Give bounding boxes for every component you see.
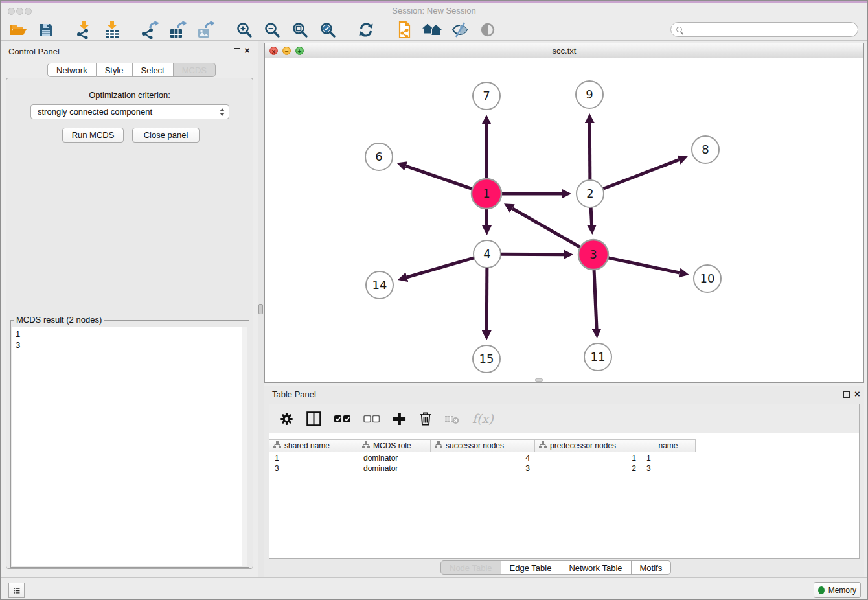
table-cell[interactable]: 3: [269, 463, 358, 474]
edge-4-15[interactable]: [486, 268, 487, 330]
tab-style[interactable]: Style: [97, 63, 133, 77]
zoom-in-icon: [236, 21, 253, 38]
table-tab-motifs[interactable]: Motifs: [632, 560, 672, 575]
node-table-container: f(x) shared nameMCDS rolesuccessor nodes…: [269, 404, 860, 559]
column-header-label: shared name: [284, 441, 330, 450]
table-cell[interactable]: 4: [431, 453, 535, 463]
table-tab-node-table[interactable]: Node Table: [440, 560, 501, 575]
zoom-out-button[interactable]: [261, 20, 283, 40]
edge-4-3[interactable]: [501, 254, 564, 255]
search-input[interactable]: [685, 24, 852, 36]
table-cell[interactable]: dominator: [358, 463, 431, 474]
close-panel-button[interactable]: Close panel: [132, 128, 200, 143]
edge-1-6[interactable]: [406, 166, 473, 189]
table-cell[interactable]: 1: [535, 453, 641, 463]
export-image-icon: [197, 21, 215, 39]
eye-icon: [480, 22, 496, 38]
edge-3-1[interactable]: [512, 209, 580, 248]
select-all-button[interactable]: [334, 413, 350, 424]
refresh-view-button[interactable]: [355, 20, 377, 40]
panel-splitter[interactable]: [258, 41, 264, 577]
search-box[interactable]: [670, 22, 858, 37]
table-cell[interactable]: 1: [641, 453, 696, 463]
task-history-button[interactable]: [8, 583, 25, 598]
edge-2-8[interactable]: [603, 160, 679, 189]
table-cell[interactable]: 2: [535, 463, 641, 474]
deselect-all-button[interactable]: [363, 413, 380, 424]
export-network-button[interactable]: [139, 20, 161, 40]
tab-network[interactable]: Network: [47, 63, 97, 77]
table-cell[interactable]: 3: [641, 463, 696, 474]
hide-selected-button[interactable]: [449, 20, 471, 40]
column-header-shared-name[interactable]: shared name: [269, 439, 358, 452]
apply-layout-button[interactable]: [421, 20, 443, 40]
zoom-fit-button[interactable]: [289, 20, 311, 40]
open-folder-icon: [10, 22, 27, 38]
network-canvas[interactable]: 7968124314101511: [265, 58, 863, 382]
function-builder-disabled: f(x): [472, 411, 494, 426]
open-session-button[interactable]: [7, 20, 29, 40]
column-header-label: successor nodes: [446, 441, 504, 450]
delete-column-button[interactable]: [419, 411, 432, 426]
mcds-result-box[interactable]: 1 3: [12, 327, 247, 566]
network-close-button[interactable]: x: [269, 47, 278, 55]
criterion-selected-value: strongly connected component: [38, 107, 220, 117]
edge-2-3[interactable]: [591, 207, 591, 225]
export-network-icon: [141, 21, 159, 39]
add-column-button[interactable]: [393, 412, 406, 426]
table-settings-button[interactable]: [280, 412, 293, 426]
table-row[interactable]: 1dominator411: [269, 453, 696, 463]
table-cell[interactable]: 3: [431, 463, 535, 474]
save-session-button[interactable]: [35, 20, 57, 40]
network-minimize-button[interactable]: –: [282, 47, 291, 55]
column-type-icon: [435, 441, 442, 451]
table-tab-edge-table[interactable]: Edge Table: [501, 560, 561, 575]
network-graph: 7968124314101511: [265, 58, 863, 382]
table-row[interactable]: 3dominator323: [269, 463, 696, 474]
export-table-button[interactable]: [167, 20, 189, 40]
close-panel-icon[interactable]: ×: [244, 44, 250, 57]
show-columns-button[interactable]: [306, 411, 321, 426]
column-header-successor-nodes[interactable]: successor nodes: [431, 439, 535, 452]
show-hidden-button[interactable]: [477, 20, 499, 40]
edge-4-14[interactable]: [407, 258, 474, 277]
zoom-selected-button[interactable]: [317, 20, 339, 40]
column-header-label: MCDS role: [373, 441, 411, 450]
criterion-select[interactable]: strongly connected component: [30, 104, 229, 119]
node-label-7: 7: [483, 89, 490, 102]
edge-3-11[interactable]: [594, 270, 597, 329]
float-table-panel-icon[interactable]: [843, 391, 850, 398]
network-window-titlebar[interactable]: scc.txt x – +: [265, 43, 863, 58]
canvas-hscrollbar-thumb[interactable]: [535, 378, 543, 382]
column-header-predecessor-nodes[interactable]: predecessor nodes: [535, 439, 641, 452]
tab-select[interactable]: Select: [133, 63, 174, 77]
plus-icon: [393, 412, 406, 426]
table-cell[interactable]: 1: [269, 453, 358, 463]
network-maximize-button[interactable]: +: [295, 47, 304, 55]
table-tab-network-table[interactable]: Network Table: [560, 560, 631, 575]
node-label-11: 11: [591, 350, 606, 363]
zoom-out-icon: [264, 21, 280, 38]
edge-2-9[interactable]: [589, 123, 590, 180]
tab-mcds[interactable]: MCDS: [174, 63, 216, 77]
main-titlebar: Session: New Session: [1, 3, 867, 19]
result-scrollbar[interactable]: [242, 327, 247, 566]
select-stepper-icon: [220, 108, 225, 116]
clone-network-view-button[interactable]: [393, 20, 415, 40]
splitter-handle[interactable]: [258, 304, 263, 314]
run-mcds-button[interactable]: Run MCDS: [62, 128, 124, 143]
zoom-in-button[interactable]: [233, 20, 255, 40]
export-image-button[interactable]: [195, 20, 217, 40]
delete-table-icon: [445, 413, 459, 424]
edge-3-10[interactable]: [608, 258, 680, 273]
application-window: Session: New Session: [0, 0, 868, 600]
import-table-button[interactable]: [101, 20, 123, 40]
memory-button[interactable]: Memory: [814, 582, 861, 598]
mcds-result-title: MCDS result (2 nodes): [14, 315, 104, 325]
float-panel-icon[interactable]: [234, 48, 240, 54]
import-network-button[interactable]: [73, 20, 95, 40]
column-header-MCDS-role[interactable]: MCDS role: [358, 439, 431, 452]
table-cell[interactable]: dominator: [358, 453, 431, 463]
column-header-name[interactable]: name: [641, 439, 696, 452]
close-table-panel-icon[interactable]: ×: [854, 387, 860, 400]
